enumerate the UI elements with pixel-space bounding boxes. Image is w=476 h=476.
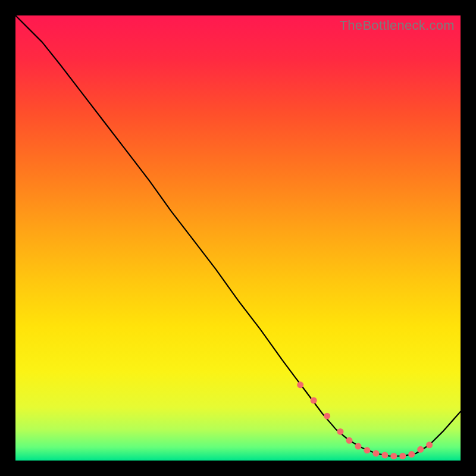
curve-marker [408,451,415,458]
curve-markers [297,381,433,459]
curve-marker [346,437,353,444]
bottleneck-curve [15,15,461,456]
curve-marker [399,453,406,459]
curve-marker [426,441,433,448]
curve-marker [390,453,397,459]
chart-overlay [15,15,461,461]
chart-frame: TheBottleneck.com [0,0,476,476]
curve-marker [311,397,317,404]
curve-marker [337,428,344,435]
curve-marker [297,381,303,388]
curve-marker [381,452,388,459]
curve-marker [364,447,370,453]
plot-viewport: TheBottleneck.com [15,15,461,461]
watermark-text: TheBottleneck.com [340,18,455,33]
curve-marker [355,443,362,450]
curve-marker [372,450,379,457]
curve-marker [417,446,424,453]
curve-marker [324,413,330,419]
